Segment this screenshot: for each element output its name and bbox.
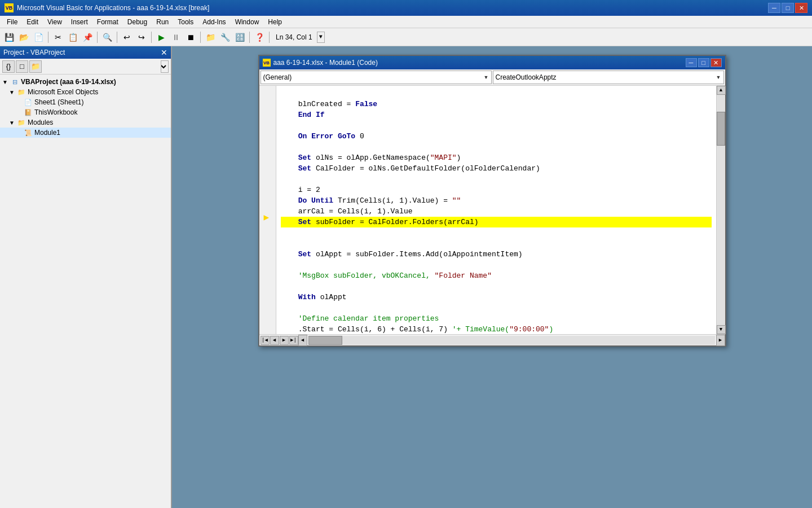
scroll-thumb[interactable] bbox=[717, 112, 725, 146]
menu-file[interactable]: File bbox=[2, 17, 22, 27]
close-button[interactable]: ✕ bbox=[795, 3, 807, 13]
hscroll-right-btn[interactable]: ▶ bbox=[716, 335, 725, 346]
toolbar-props-btn[interactable]: 🔧 bbox=[218, 30, 232, 44]
execution-arrow: ▶ bbox=[264, 212, 270, 223]
cw-close-btn[interactable]: ✕ bbox=[710, 58, 722, 67]
cw-minimize-btn[interactable]: ─ bbox=[686, 58, 697, 67]
toolbar-sep-5 bbox=[200, 32, 201, 43]
toolbar-open-btn[interactable]: 📂 bbox=[17, 30, 30, 44]
toolbar-copy-btn[interactable]: 📋 bbox=[66, 30, 80, 44]
toolbar-redo-btn[interactable]: ↪ bbox=[135, 30, 148, 44]
tree-icon-module1: 📜 bbox=[24, 128, 33, 137]
menu-edit[interactable]: Edit bbox=[22, 17, 43, 27]
project-toggle-folders-btn[interactable]: 📁 bbox=[29, 60, 42, 73]
toolbar-pos-dropdown[interactable]: ▼ bbox=[317, 32, 325, 43]
toolbar-run-btn[interactable]: ▶ bbox=[155, 30, 168, 44]
menu-view[interactable]: View bbox=[43, 17, 67, 27]
menu-addins[interactable]: Add-Ins bbox=[198, 17, 230, 27]
menu-insert[interactable]: Insert bbox=[67, 17, 92, 27]
hscroll-thumb[interactable] bbox=[308, 336, 342, 345]
tree-icon-thisworkbook: 📔 bbox=[24, 108, 33, 117]
tree-item-sheet1[interactable]: ▶ 📄 Sheet1 (Sheet1) bbox=[0, 97, 171, 107]
scroll-track[interactable] bbox=[717, 95, 725, 325]
scroll-up-btn[interactable]: ▲ bbox=[717, 86, 726, 95]
toolbar-cut-btn[interactable]: ✂ bbox=[51, 30, 65, 44]
tab-next-btn[interactable]: ▶ bbox=[280, 336, 289, 345]
tree-icon-root: ⊟ bbox=[10, 77, 19, 86]
tree-label-sheet1: Sheet1 (Sheet1) bbox=[34, 98, 83, 106]
tab-last-btn[interactable]: ▶| bbox=[289, 336, 298, 345]
tree-label-thisworkbook: ThisWorkbook bbox=[34, 108, 77, 116]
hscroll-left-btn[interactable]: ◀ bbox=[298, 335, 307, 346]
code-line-20: 'Define calendar item properties bbox=[281, 314, 439, 323]
toolbar-sep-2 bbox=[97, 32, 98, 43]
cursor-position: Ln 34, Col 1 bbox=[272, 33, 316, 41]
hscroll-track[interactable] bbox=[308, 336, 715, 345]
project-panel-close[interactable]: ✕ bbox=[161, 48, 167, 57]
vertical-scrollbar[interactable]: ▲ ▼ bbox=[716, 86, 725, 334]
code-line-21: .Start = Cells(i, 6) + Cells(i, 7) '+ Ti… bbox=[281, 325, 554, 334]
title-text: Microsoft Visual Basic for Applications … bbox=[17, 4, 767, 12]
tree-arrow-root: ▼ bbox=[2, 79, 9, 85]
toolbar-sep-6 bbox=[249, 32, 250, 43]
tree-item-modules[interactable]: ▼ 📁 Modules bbox=[0, 117, 171, 128]
toolbar-project-btn[interactable]: 📁 bbox=[204, 30, 217, 44]
tree-item-root[interactable]: ▼ ⊟ VBAProject (aaa 6-19-14.xlsx) bbox=[0, 77, 171, 87]
minimize-button[interactable]: ─ bbox=[768, 3, 780, 13]
tab-first-btn[interactable]: |◀ bbox=[261, 336, 270, 345]
code-line-6: Set olNs = olApp.GetNamespace("MAPI") bbox=[281, 154, 461, 162]
code-selector-right[interactable]: CreateOutlookApptz ▼ bbox=[493, 71, 724, 84]
tree-item-module1[interactable]: ▶ 📜 Module1 bbox=[0, 128, 171, 138]
tree-item-thisworkbook[interactable]: ▶ 📔 ThisWorkbook bbox=[0, 107, 171, 117]
toolbar-break-btn[interactable]: ⏸ bbox=[169, 30, 183, 44]
tree-icon-folder-excel: 📁 bbox=[17, 87, 26, 97]
menu-tools[interactable]: Tools bbox=[173, 17, 198, 27]
tree-arrow-excel: ▼ bbox=[9, 89, 16, 95]
code-selector-left[interactable]: (General) ▼ bbox=[261, 71, 492, 84]
project-scroll[interactable] bbox=[161, 60, 169, 73]
code-editor[interactable]: blnCreated = False End If On Error GoTo … bbox=[276, 86, 716, 334]
app-icon: VB bbox=[5, 3, 14, 12]
toolbar-undo-btn[interactable]: ↩ bbox=[120, 30, 134, 44]
menu-debug[interactable]: Debug bbox=[123, 17, 152, 27]
toolbar-sep-3 bbox=[117, 32, 117, 43]
toolbar-paste-btn[interactable]: 📌 bbox=[81, 30, 94, 44]
code-line-10: Do Until Trim(Cells(i, 1).Value) = "" bbox=[281, 196, 461, 205]
tree-label-module1: Module1 bbox=[34, 129, 60, 137]
toolbar-find-btn[interactable]: 🔍 bbox=[100, 30, 114, 44]
menu-window[interactable]: Window bbox=[231, 17, 264, 27]
selector-right-text: CreateOutlookApptz bbox=[496, 73, 716, 81]
editor-area: VB aaa 6-19-14.xlsx - Module1 (Code) ─ □… bbox=[172, 46, 812, 508]
selector-left-text: (General) bbox=[263, 73, 484, 81]
toolbar-save-btn[interactable]: 💾 bbox=[2, 30, 16, 44]
toolbar-sep-4 bbox=[151, 32, 152, 43]
tab-prev-btn[interactable]: ◀ bbox=[270, 336, 279, 345]
toolbar-objbrowser-btn[interactable]: 🔠 bbox=[233, 30, 246, 44]
code-selectors: (General) ▼ CreateOutlookApptz ▼ bbox=[259, 69, 725, 86]
scroll-down-btn[interactable]: ▼ bbox=[717, 325, 726, 334]
title-bar: VB Microsoft Visual Basic for Applicatio… bbox=[0, 0, 812, 16]
cw-maximize-btn[interactable]: □ bbox=[698, 58, 709, 67]
project-view-object-btn[interactable]: □ bbox=[16, 60, 28, 73]
toolbar-new-btn[interactable]: 📄 bbox=[32, 30, 45, 44]
code-gutter: ▶ bbox=[259, 86, 276, 334]
project-panel: Project - VBAProject ✕ {} □ 📁 ▼ ⊟ VBAPro… bbox=[0, 46, 172, 508]
maximize-button[interactable]: □ bbox=[782, 3, 794, 13]
code-window: VB aaa 6-19-14.xlsx - Module1 (Code) ─ □… bbox=[258, 55, 726, 347]
code-line-4: On Error GoTo 0 bbox=[281, 132, 364, 141]
toolbar-reset-btn[interactable]: ⏹ bbox=[184, 30, 197, 44]
code-line-14: Set olAppt = subFolder.Items.Add(olAppoi… bbox=[281, 250, 523, 259]
project-panel-title: Project - VBAProject bbox=[3, 49, 65, 56]
menu-run[interactable]: Run bbox=[152, 17, 173, 27]
tree-label-root: VBAProject (aaa 6-19-14.xlsx) bbox=[21, 78, 116, 86]
toolbar-sep-1 bbox=[48, 32, 48, 43]
code-line-9: i = 2 bbox=[281, 186, 320, 194]
toolbar-help-btn[interactable]: ❓ bbox=[253, 30, 266, 44]
project-panel-toolbar: {} □ 📁 bbox=[0, 59, 171, 75]
menu-format[interactable]: Format bbox=[92, 17, 123, 27]
project-view-code-btn[interactable]: {} bbox=[2, 60, 15, 73]
main-layout: Project - VBAProject ✕ {} □ 📁 ▼ ⊟ VBAPro… bbox=[0, 46, 812, 508]
menu-help[interactable]: Help bbox=[263, 17, 286, 27]
tree-label-modules: Modules bbox=[28, 119, 53, 126]
tree-item-excel-objects[interactable]: ▼ 📁 Microsoft Excel Objects bbox=[0, 87, 171, 97]
